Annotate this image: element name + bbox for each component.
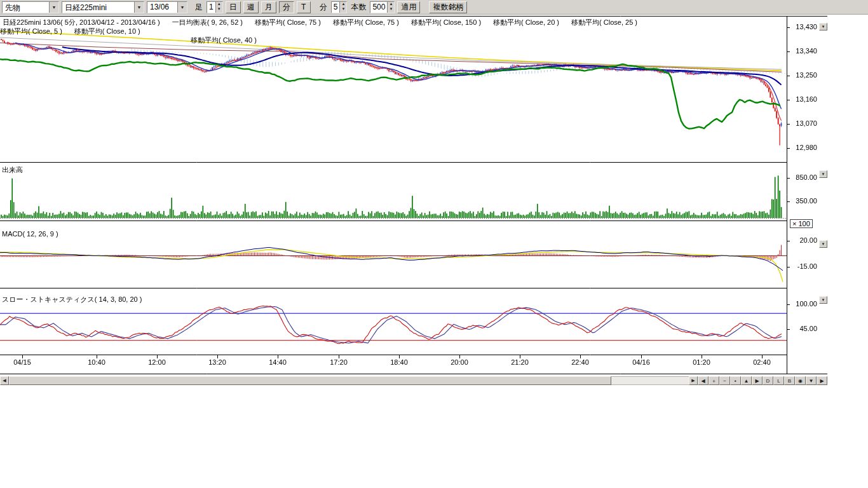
tool-down-button[interactable]: ▼ — [806, 376, 817, 385]
tool-play-button[interactable]: ▶ — [817, 376, 827, 385]
volume-axis-label: 850.00 — [789, 173, 817, 181]
x-axis-label: 13:20 — [208, 358, 226, 366]
x-axis-label: 01:20 — [693, 358, 710, 366]
spinner-arrows-icon[interactable]: ▲▼ — [387, 2, 394, 13]
chart-tool-buttons: ◀ ＋ − ▪ ▲ ▶ D L B ◉ ▼ ▶ — [698, 376, 827, 385]
minute-value: 5 — [332, 2, 340, 13]
indicator-label: 移動平均( Close, 5 ) — [0, 27, 62, 35]
tool-forward-button[interactable]: ▶ — [752, 376, 763, 385]
minute-stepper[interactable]: 5 ▲▼ — [331, 1, 348, 13]
symbol-select[interactable]: 日経225mini ▼ — [62, 1, 144, 13]
trading-app-window: 先物 ▼ 日経225mini ▼ 13/06 ▼ 足 1 ▲▼ 日 週 月 分 … — [0, 0, 868, 488]
macd-panel-title: MACD( 12, 26, 9 ) — [2, 230, 58, 238]
right-arrow-icon: ▶ — [691, 378, 695, 383]
x-axis-label: 21:20 — [511, 358, 529, 366]
price-axis-label: 13,070 — [789, 119, 817, 127]
tool-zoom-out-button[interactable]: − — [719, 376, 730, 385]
category-select[interactable]: 先物 ▼ — [2, 1, 59, 13]
indicator-header-line1: 日経225mini 13/06( 5分, 2013/04/12 - 2013/0… — [3, 18, 648, 27]
x-axis-label: 17:20 — [330, 358, 348, 366]
scrollbar-track[interactable] — [9, 376, 689, 385]
tool-l-button[interactable]: L — [773, 376, 784, 385]
x-axis-label: 18:40 — [390, 358, 408, 366]
price-axis-label: 12,980 — [789, 144, 817, 151]
macd-axis-label: -15.00 — [789, 262, 817, 270]
scrollbar-thumb[interactable] — [9, 376, 611, 385]
x-axis-label: 20:00 — [451, 358, 468, 366]
scroll-right-button[interactable]: ▶ — [689, 376, 698, 385]
tool-marker-button[interactable]: ▪ — [730, 376, 741, 385]
contract-month-select[interactable]: 13/06 ▼ — [147, 1, 187, 13]
spinner-arrows-icon[interactable]: ▲▼ — [215, 2, 222, 13]
tool-d-button[interactable]: D — [763, 376, 773, 385]
toolbar: 先物 ▼ 日経225mini ▼ 13/06 ▼ 足 1 ▲▼ 日 週 月 分 … — [0, 0, 868, 15]
stochastics-axis-label: 100.00 — [789, 300, 817, 308]
indicator-label: 移動平均( Close, 25 ) — [571, 18, 637, 26]
scroll-left-button[interactable]: ◀ — [0, 376, 9, 385]
bar-type-weekly-button[interactable]: 週 — [243, 1, 259, 13]
indicator-label: 一目均衡表( 9, 26, 52 ) — [172, 18, 243, 26]
bar-interval-stepper[interactable]: 1 ▲▼ — [207, 1, 223, 13]
bar-type-monthly-button[interactable]: 月 — [261, 1, 276, 13]
chevron-down-icon: ▼ — [822, 298, 825, 302]
bar-type-tick-button[interactable]: T — [297, 1, 311, 13]
tool-scroll-back-button[interactable]: ◀ — [698, 376, 709, 385]
indicator-header-line2: 移動平均( Close, 5 ) 移動平均( Close, 10 ) — [0, 27, 151, 36]
chart-title: 日経225mini 13/06( 5分, 2013/04/12 - 2013/0… — [3, 18, 160, 26]
stochastics-panel-scale-button[interactable]: ▼ — [819, 296, 827, 304]
multi-symbol-button[interactable]: 複数銘柄 — [429, 1, 467, 13]
x-axis-label: 14:40 — [269, 358, 287, 366]
price-axis-label: 13,160 — [789, 95, 817, 103]
chart-canvas[interactable] — [0, 15, 827, 375]
spinner-arrows-icon[interactable]: ▲▼ — [339, 2, 346, 13]
indicator-label: 移動平均( Close, 75 ) — [333, 18, 399, 26]
minute-label: 分 — [320, 2, 327, 13]
x-axis-label: 22:40 — [571, 358, 589, 366]
volume-axis-label: 350.00 — [789, 197, 817, 205]
left-arrow-icon: ◀ — [3, 378, 6, 383]
indicator-label: 移動平均( Close, 40 ) — [191, 36, 257, 44]
x-axis-label: 10:40 — [88, 358, 105, 366]
x-axis-label: 02:40 — [753, 358, 771, 366]
x-axis-label: 04/15 — [13, 358, 31, 366]
bar-type-daily-button[interactable]: 日 — [226, 1, 241, 13]
price-axis-label: 13,430 — [789, 23, 817, 30]
chevron-down-icon[interactable]: ▼ — [134, 2, 144, 13]
bar-count-value: 500 — [370, 2, 387, 13]
tool-up-button[interactable]: ▲ — [741, 376, 752, 385]
volume-panel-title: 出来高 — [2, 165, 23, 175]
indicator-label: 移動平均( Close, 75 ) — [255, 18, 321, 26]
volume-panel-scale-button[interactable]: ▼ — [819, 170, 827, 178]
horizontal-scrollbar[interactable]: ◀ ▶ ◀ ＋ − ▪ ▲ ▶ D L B ◉ ▼ ▶ — [0, 376, 827, 385]
chevron-down-icon[interactable]: ▼ — [49, 2, 58, 13]
bar-count-stepper[interactable]: 500 ▲▼ — [370, 1, 395, 13]
price-axis-label: 13,340 — [789, 47, 817, 55]
bar-interval-value: 1 — [207, 2, 215, 13]
macd-axis-label: 20.00 — [789, 236, 817, 244]
apply-button[interactable]: 適用 — [397, 1, 420, 13]
category-select-value: 先物 — [3, 2, 49, 13]
x-axis-label: 04/16 — [632, 358, 650, 366]
macd-panel-scale-button[interactable]: ▼ — [819, 240, 827, 248]
tool-zoom-in-button[interactable]: ＋ — [709, 376, 719, 385]
tool-target-button[interactable]: ◉ — [795, 376, 806, 385]
chevron-down-icon: ▼ — [822, 242, 825, 246]
symbol-select-value: 日経225mini — [62, 2, 134, 13]
tool-b-button[interactable]: B — [784, 376, 795, 385]
bar-count-label: 本数 — [351, 2, 366, 13]
stochastics-axis-label: 45.00 — [789, 325, 817, 332]
price-axis-label: 13,250 — [789, 71, 817, 79]
indicator-label: 移動平均( Close, 10 ) — [74, 27, 140, 35]
volume-scale-badge: × 100 — [790, 219, 813, 228]
chevron-down-icon: ▼ — [822, 25, 825, 29]
price-panel-scale-button[interactable]: ▼ — [819, 23, 827, 30]
stochastics-panel-title: スロー・ストキャスティクス( 14, 3, 80, 20 ) — [2, 295, 142, 304]
chevron-down-icon[interactable]: ▼ — [177, 2, 187, 13]
indicator-header-line3: 移動平均( Close, 40 ) — [191, 36, 267, 45]
chevron-down-icon: ▼ — [822, 172, 825, 176]
contract-month-value: 13/06 — [147, 2, 177, 13]
bar-type-minute-button[interactable]: 分 — [279, 1, 294, 13]
bar-type-label: 足 — [195, 2, 203, 13]
x-axis-label: 12:00 — [148, 358, 166, 366]
indicator-label: 移動平均( Close, 20 ) — [493, 18, 559, 26]
